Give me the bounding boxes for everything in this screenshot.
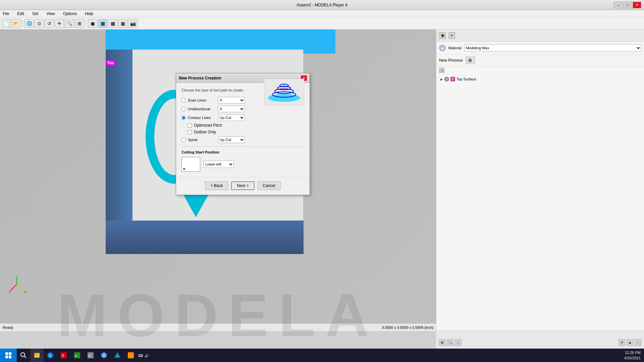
tree-item-label: Top Surface	[457, 77, 476, 81]
taskbar-icon-app6[interactable]	[124, 349, 138, 362]
position-select[interactable]: Lower left Lower right Upper left Upper …	[204, 161, 234, 168]
unidirectional-radio[interactable]	[181, 107, 186, 111]
next-button[interactable]: Next >	[231, 181, 255, 190]
toolbar-view3[interactable]: ▩	[108, 19, 117, 28]
svg-line-16	[24, 356, 26, 358]
new-process-row: New Process ⚙	[436, 55, 644, 66]
taskbar-icon-app5[interactable]	[111, 349, 124, 362]
taskbar-icon-app4[interactable]: P	[84, 349, 97, 362]
panel-bottom-icon-3[interactable]: ↓	[455, 339, 462, 346]
toolbar-camera[interactable]: 📷	[128, 19, 138, 28]
material-label: Material	[448, 46, 462, 50]
tree-arrow: ▶	[440, 77, 443, 81]
taskbar-icon-chrome[interactable]	[97, 349, 111, 362]
material-icon: ◉	[439, 45, 446, 51]
svg-text:IE: IE	[49, 354, 52, 358]
svg-marker-30	[114, 352, 120, 358]
svg-rect-18	[34, 354, 37, 355]
menu-view[interactable]: View	[45, 11, 56, 17]
taskbar-icon-app3[interactable]: M	[70, 349, 84, 362]
preview-area	[264, 79, 304, 106]
taskbar-icon-app2[interactable]: R	[57, 349, 70, 362]
minimize-button[interactable]: –	[614, 2, 623, 8]
toolbar-view1[interactable]: ▣	[88, 19, 97, 28]
spiral-row: Spiral Up Cut Down Cut	[181, 136, 304, 143]
svg-point-29	[103, 355, 105, 356]
contour-lines-label: Contour Lines	[188, 116, 218, 120]
svg-rect-31	[128, 352, 134, 358]
menu-help[interactable]: Help	[84, 11, 95, 17]
panel-bottom-icon-6[interactable]: ↓	[635, 339, 641, 346]
optimized-pitch-row: Optimized Pitch	[187, 123, 304, 128]
taskbar: IE R M P ⌨ 🔊 12:26 PM 4/20/2021	[0, 349, 644, 362]
taskbar-clock: 12:26 PM	[624, 350, 641, 356]
toolbar-view4[interactable]: ▦	[118, 19, 127, 28]
toolbar-new[interactable]: 📄	[1, 19, 11, 28]
maximize-button[interactable]: □	[623, 2, 632, 8]
toolbar-globe[interactable]: 🌐	[24, 19, 34, 28]
material-select[interactable]: Modeling Wax ABS PLA	[464, 44, 641, 52]
surface-type-icon: T	[450, 77, 455, 81]
menu-bar: File Edit Set View Options Help	[0, 10, 644, 17]
menu-set[interactable]: Set	[31, 11, 40, 17]
modal-footer: < Back Next > Cancel	[176, 177, 310, 195]
cancel-button[interactable]: Cancel	[257, 181, 281, 190]
taskbar-icon-search[interactable]	[17, 349, 30, 362]
spiral-select[interactable]: Up Cut Down Cut	[218, 136, 245, 143]
taskbar-icon-files[interactable]	[30, 349, 44, 362]
toolbar-open[interactable]: 📂	[11, 19, 21, 28]
process-tree: ▶ ⚙ T Top Surface	[436, 74, 644, 84]
panel-bottom-icon-4[interactable]: ✕	[619, 339, 625, 346]
toolbar-sep-1	[22, 20, 23, 27]
svg-text:M: M	[75, 354, 77, 358]
box-left	[106, 50, 132, 221]
menu-options[interactable]: Options	[62, 11, 78, 17]
gear-icon: ⚙	[444, 77, 449, 81]
cutting-section: Cutting Start Position Lower left Lower …	[181, 146, 304, 172]
dimensions-text: 3.0000 x 3.0000 x 0.5906 [inch]	[382, 325, 433, 329]
scan-lines-radio[interactable]	[181, 98, 186, 103]
position-dot	[183, 168, 185, 170]
cutting-start-title: Cutting Start Position	[181, 150, 304, 154]
toolbar-grid[interactable]: ⊞	[75, 19, 84, 28]
modal-title: New Process Creation	[179, 76, 221, 80]
svg-rect-17	[34, 353, 40, 358]
close-button[interactable]: ✕	[633, 2, 641, 8]
status-text: Ready	[3, 325, 13, 329]
tree-item-top-surface[interactable]: ▶ ⚙ T Top Surface	[439, 76, 641, 82]
taskbar-icon-app1[interactable]: IE	[44, 349, 57, 362]
panel-icon-layers[interactable]: ≡	[448, 32, 455, 39]
toolbar-zoom[interactable]: 🔍	[65, 19, 74, 28]
unidirectional-select[interactable]: X Y	[218, 106, 245, 112]
contour-lines-select[interactable]: Up Cut Down Cut	[218, 114, 245, 121]
title-bar: Assem2 - MODELA Player 4 – □ ✕	[0, 0, 644, 10]
scan-lines-select[interactable]: X Y	[218, 97, 245, 104]
menu-edit[interactable]: Edit	[16, 11, 25, 17]
toolbar-view2[interactable]: ▦	[98, 19, 107, 28]
new-process-label: New Process	[439, 58, 463, 63]
right-panel: ▣ ≡ ◉ Material Modeling Wax ABS PLA New …	[436, 29, 644, 362]
panel-icon-surface[interactable]: ▣	[439, 32, 446, 39]
back-button[interactable]: < Back	[205, 181, 228, 190]
modal-dialog: New Process Creation ✕ Choose the type o…	[176, 73, 310, 195]
svg-text:P: P	[89, 354, 91, 358]
panel-bottom-icon-5[interactable]: ▲	[627, 339, 633, 346]
toolbar-refresh[interactable]: ↺	[45, 19, 54, 28]
title-buttons: – □ ✕	[614, 2, 641, 8]
optimized-pitch-checkbox[interactable]	[187, 123, 192, 128]
spiral-radio[interactable]	[181, 138, 186, 142]
toolbar-circle[interactable]: ⊙	[35, 19, 44, 28]
toolbar-cross[interactable]: ✛	[55, 19, 64, 28]
contour-lines-row: Contour Lines Up Cut Down Cut	[181, 114, 304, 121]
menu-file[interactable]: File	[1, 11, 10, 17]
cutting-controls: Lower left Lower right Upper left Upper …	[181, 157, 304, 172]
start-button[interactable]	[0, 349, 17, 362]
svg-line-0	[10, 284, 17, 291]
new-process-button[interactable]: ⚙	[466, 57, 475, 64]
taskbar-systray: ⌨ 🔊	[138, 353, 150, 358]
contour-lines-radio[interactable]	[181, 116, 186, 120]
outline-only-checkbox[interactable]	[187, 130, 192, 134]
panel-bottom-icon-2[interactable]: 🔍	[447, 339, 453, 346]
panel-bottom-icon-1[interactable]: ⊞	[439, 339, 445, 346]
contour-sub-options: Optimized Pitch Outline Only	[187, 123, 304, 134]
